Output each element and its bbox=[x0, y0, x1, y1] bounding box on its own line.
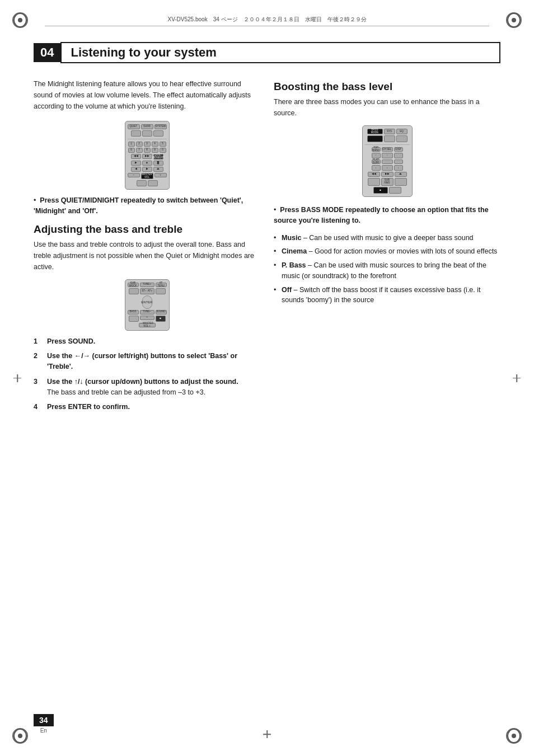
step-4: 4 Press ENTER to confirm. bbox=[34, 402, 260, 412]
rb-f3: ▐▌ bbox=[153, 161, 163, 166]
left-column: The Midnight listening feature allows yo… bbox=[34, 73, 260, 711]
rb-d3: 8 bbox=[144, 148, 151, 153]
bass-option-music: Music – Can be used with music to give a… bbox=[274, 233, 500, 243]
rb-d1: 6 bbox=[128, 148, 135, 153]
page-number: 34 bbox=[34, 714, 54, 726]
step-2-num: 2 bbox=[34, 351, 43, 372]
rb-s-label6: SOUND bbox=[156, 310, 167, 314]
rb-s-label3: AT TENU bbox=[156, 283, 167, 287]
step-3-num: 3 bbox=[34, 377, 43, 398]
rb-s-label1: SUB WOOF bbox=[128, 283, 139, 287]
rb-i1 bbox=[137, 180, 147, 186]
rb-bm-bot2: ▶▶ bbox=[381, 172, 394, 177]
rb-d4: 9 bbox=[152, 148, 158, 153]
rb-f2: ■ bbox=[142, 161, 152, 166]
step-4-num: 4 bbox=[34, 402, 43, 412]
corner-deco-bottom-right bbox=[506, 728, 522, 744]
rb-c5: 5 bbox=[160, 142, 166, 147]
chapter-number: 04 bbox=[34, 43, 60, 62]
rb-bm-num2: CH SEL bbox=[382, 147, 393, 152]
rb-c1: 1 bbox=[128, 142, 135, 147]
section2-heading: Boosting the bass level bbox=[274, 81, 500, 93]
rb-bm-sq2: SUB RMS bbox=[381, 178, 394, 186]
rb-label3: SYSTEM bbox=[154, 124, 167, 129]
bass-options-list: Music – Can be used with music to give a… bbox=[274, 233, 500, 306]
rb-s-label2: TUNE+ bbox=[140, 283, 154, 287]
rb-bm1: SYS bbox=[384, 129, 395, 134]
corner-deco-top-right bbox=[506, 12, 522, 28]
step-3: 3 Use the ↑/↓ (cursor up/down) buttons t… bbox=[34, 377, 260, 398]
rb-bm-label2 bbox=[382, 159, 393, 164]
rb-b2 bbox=[142, 130, 152, 137]
rb-n3 bbox=[394, 153, 403, 158]
rb-bm-bot3: ⏏ bbox=[395, 172, 407, 177]
rb-f1: ▶ bbox=[131, 161, 141, 166]
edge-cross-bottom bbox=[263, 730, 271, 738]
rb-sound-highlight: ■ bbox=[156, 316, 166, 322]
rb-h2: MASTER VOL bbox=[141, 173, 153, 179]
rb-quiet-highlight: QUIET MIDNIGHT bbox=[153, 154, 163, 159]
step-4-text: Press ENTER to confirm. bbox=[47, 402, 130, 412]
rb-bm-label1: FLAT SURF bbox=[372, 159, 381, 164]
rb-bm-black1 bbox=[367, 135, 383, 142]
chapter-header: 04 Listening to your system bbox=[34, 42, 500, 63]
rb-c3: 3 bbox=[144, 142, 151, 147]
rb-s-label4: BASS bbox=[128, 310, 139, 314]
rb-g1: ◀ bbox=[131, 167, 141, 172]
rb-n2: ↑ bbox=[382, 153, 393, 158]
rb-label1: QUIET bbox=[128, 124, 140, 129]
rb-h1: – bbox=[128, 173, 140, 177]
chapter-title: Listening to your system bbox=[60, 42, 500, 63]
rb-bm3 bbox=[384, 135, 395, 142]
rb-n1: ↑ bbox=[372, 153, 381, 158]
rb-e2: ▶▶ bbox=[142, 154, 152, 159]
book-metadata: XV-DV525.book 34 ページ ２００４年２月１８日 水曜日 午後２時… bbox=[45, 16, 489, 26]
bass-option-cinema: Cinema – Good for action movies or movie… bbox=[274, 246, 500, 257]
step-3-text: Use the ↑/↓ (cursor up/down) buttons to … bbox=[47, 377, 238, 398]
rb-d2: 7 bbox=[136, 148, 143, 153]
bass-option-pbass: P. Bass – Can be used with music sources… bbox=[274, 260, 500, 281]
rb-s3 bbox=[156, 288, 166, 294]
rb-c4: 4 bbox=[152, 142, 158, 147]
bass-remote-diagram: BASS MODE SYS EQ TOP BAND CH SEL DISP ↑ bbox=[274, 125, 500, 197]
rb-s-label5: TUNE– bbox=[140, 310, 154, 314]
step-2-text: Use the ←/→ (cursor left/right) buttons … bbox=[47, 351, 260, 372]
rb-s2: ST– AT+ bbox=[140, 288, 154, 294]
rb-g2: ▶ bbox=[142, 167, 152, 172]
section2-body: There are three bass modes you can use t… bbox=[274, 96, 500, 119]
rb-o3: ↓ bbox=[394, 165, 403, 171]
rb-s4 bbox=[129, 316, 139, 322]
rb-bm-num1: TOP BAND bbox=[372, 147, 381, 152]
step-1-num: 1 bbox=[34, 336, 43, 347]
right-column: Boosting the bass level There are three … bbox=[274, 73, 500, 711]
step-2: 2 Use the ←/→ (cursor left/right) button… bbox=[34, 351, 260, 372]
rb-o1: ↓ bbox=[372, 165, 381, 171]
corner-deco-top-left bbox=[12, 12, 28, 28]
rb-bm4 bbox=[396, 135, 407, 142]
bass-mode-instruction: • Press BASS MODE repeatedly to choose a… bbox=[274, 205, 500, 226]
page-lang: En bbox=[34, 727, 54, 734]
quiet-remote-diagram: QUIET SURR SYSTEM 1 2 3 4 5 bbox=[34, 121, 260, 190]
corner-deco-bottom-left bbox=[12, 728, 28, 744]
rb-o2: ↓ bbox=[382, 165, 393, 171]
rb-bm-num3: DISP bbox=[394, 147, 403, 152]
rb-e1: ◀◀ bbox=[131, 154, 141, 159]
bass-option-off: Off – Switch off the bass boost if it ca… bbox=[274, 285, 500, 306]
rb-bass-mode-top: BASS MODE bbox=[367, 129, 383, 134]
rb-h3: + bbox=[154, 173, 167, 177]
rb-bm-label3 bbox=[394, 159, 403, 164]
rb-bm-sq3 bbox=[395, 178, 407, 186]
rb-bm-sq1 bbox=[368, 178, 380, 186]
sound-remote-diagram: SUB WOOF TUNE+ AT TENU ST– AT+ ENTER BAS… bbox=[34, 279, 260, 331]
main-content: The Midnight listening feature allows yo… bbox=[34, 73, 500, 711]
rb-s-label7: – MASTER VOL + bbox=[139, 323, 156, 327]
rb-label2: SURR bbox=[141, 124, 153, 129]
edge-cross-right bbox=[513, 374, 521, 382]
rb-c2: 2 bbox=[136, 142, 143, 147]
rb-b3 bbox=[153, 130, 163, 137]
section1-heading: Adjusting the bass and treble bbox=[34, 223, 260, 236]
step-1: 1 Press SOUND. bbox=[34, 336, 260, 347]
rb-bm-bot1: ◀◀ bbox=[368, 172, 380, 177]
rb-i2 bbox=[148, 180, 158, 186]
rb-b1 bbox=[131, 130, 141, 137]
